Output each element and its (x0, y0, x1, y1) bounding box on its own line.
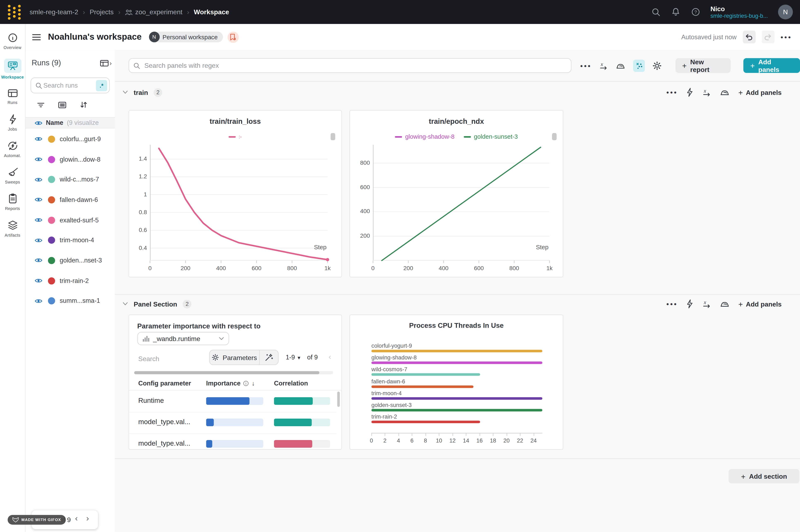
chevron-down-icon[interactable] (123, 90, 128, 94)
bar-trim-rain-2[interactable] (371, 421, 480, 423)
bar-wild-cosmos-7[interactable] (371, 374, 480, 376)
run-row[interactable]: colorfu...gurt-9 (25, 129, 115, 149)
regex-toggle-button[interactable]: .* (96, 80, 107, 91)
user-org-link[interactable]: smle-registries-bug-b... (710, 13, 768, 19)
param-search-input[interactable] (137, 351, 196, 366)
panel-search-box[interactable] (129, 58, 572, 73)
magic-wand-button[interactable] (260, 350, 278, 365)
bar-golden-sunset-3[interactable] (371, 409, 542, 411)
visibility-eye-icon[interactable] (35, 136, 42, 142)
runs-list-header[interactable]: Name (9 visualize (25, 117, 115, 128)
visibility-eye-icon[interactable] (35, 197, 42, 203)
run-row[interactable]: trim-rain-2 (25, 270, 115, 291)
visibility-eye-icon[interactable] (35, 120, 42, 126)
breadcrumb-team[interactable]: smle-reg-team-2 (30, 8, 78, 16)
breadcrumb-projects[interactable]: Projects (90, 8, 114, 16)
bar-chart[interactable]: colorful-yogurt-9glowing-shadow-8wild-co… (350, 315, 563, 449)
bar-glowing-shadow-8[interactable] (371, 361, 542, 364)
avatar[interactable]: N (778, 4, 793, 19)
sidebar-item-sweeps[interactable]: Sweeps (0, 167, 25, 185)
settings-gear-icon[interactable] (653, 61, 662, 70)
undo-button[interactable] (743, 31, 756, 43)
legend-item[interactable]: glowing-shadow-8 (395, 133, 454, 140)
bar-fallen-dawn-6[interactable] (371, 385, 473, 388)
param-row[interactable]: Runtime (129, 391, 336, 413)
section-add-panels-button[interactable]: + Add panels (738, 300, 782, 308)
group-list-icon[interactable] (58, 101, 66, 109)
section-header-train[interactable]: train 2 (123, 87, 162, 98)
x-axis-settings-icon[interactable]: x (599, 61, 608, 70)
panel-train-loss[interactable]: train/train_loss :- 0.40.60.811.21.40200… (129, 110, 342, 278)
run-row[interactable]: exalted-surf-5 (25, 210, 115, 230)
visibility-eye-icon[interactable] (35, 258, 42, 263)
param-pager-range[interactable]: 1-9 ▼ (286, 354, 301, 361)
visibility-eye-icon[interactable] (35, 177, 42, 182)
column-importance[interactable]: Importance ↓ (206, 380, 255, 387)
legend-item[interactable]: :- (229, 134, 242, 139)
section-header-panel-section[interactable]: Panel Section 2 (123, 298, 191, 309)
sidebar-item-runs[interactable]: Runs (0, 88, 25, 105)
visibility-eye-icon[interactable] (35, 156, 42, 162)
x-axis-settings-icon[interactable]: x (702, 299, 711, 308)
more-options-icon[interactable]: ●●● (780, 35, 792, 40)
search-icon[interactable] (651, 7, 661, 17)
more-options-icon[interactable]: ●●● (666, 90, 677, 95)
sort-desc-arrow-icon[interactable]: ↓ (252, 380, 255, 387)
line-plot[interactable]: 0.40.60.811.21.402004006008001kStep (150, 145, 328, 261)
smoothing-iron-icon[interactable] (720, 300, 730, 308)
run-row[interactable]: fallen-dawn-6 (25, 190, 115, 210)
info-icon[interactable] (243, 380, 249, 386)
panel-cpu-threads[interactable]: Process CPU Threads In Use colorful-yogu… (350, 315, 563, 450)
redo-button[interactable] (762, 31, 774, 43)
more-options-icon[interactable]: ●●● (580, 63, 592, 68)
prev-page-chevron-icon[interactable]: ‹ (329, 353, 331, 361)
sidebar-item-jobs[interactable]: Jobs (0, 114, 25, 131)
runs-search-box[interactable]: .* (31, 77, 110, 93)
add-panels-button[interactable]: + Add panels (744, 58, 800, 73)
expand-runs-table-icon[interactable]: › (110, 59, 112, 67)
breadcrumb-project[interactable]: zoo_experiment (135, 8, 182, 16)
wandb-logo-icon[interactable] (6, 3, 22, 21)
drag-handle[interactable] (552, 133, 557, 140)
more-options-icon[interactable]: ●●● (666, 301, 677, 306)
drag-handle[interactable] (331, 133, 335, 140)
panel-epoch-ndx[interactable]: train/epoch_ndx glowing-shadow-8golden-s… (350, 110, 563, 278)
sidebar-item-overview[interactable]: Overview (0, 32, 25, 50)
clear-workspace-button[interactable] (227, 32, 239, 42)
run-row[interactable]: trim-moon-4 (25, 230, 115, 250)
menu-hamburger-icon[interactable] (32, 34, 41, 41)
column-correlation[interactable]: Correlation (274, 380, 308, 387)
smoothing-iron-icon[interactable] (616, 61, 626, 70)
panel-parameter-importance[interactable]: Parameter importance with respect to _wa… (129, 315, 342, 450)
run-row[interactable]: golden...nset-3 (25, 250, 115, 271)
workspace-badge[interactable]: N Personal workspace (149, 32, 223, 42)
help-icon[interactable]: ? (691, 7, 700, 17)
param-row[interactable]: model_type.val... (129, 433, 336, 449)
run-row[interactable]: glowin...dow-8 (25, 149, 115, 170)
column-config-parameter[interactable]: Config parameter (138, 380, 191, 387)
visibility-eye-icon[interactable] (35, 217, 42, 223)
parameters-button[interactable]: Parameters (210, 350, 260, 365)
quick-add-zap-icon[interactable] (686, 88, 693, 97)
visibility-eye-icon[interactable] (35, 298, 42, 304)
prev-page-icon[interactable]: ‹ (75, 514, 78, 523)
sidebar-item-automations[interactable]: Automat. (0, 140, 25, 158)
metric-select[interactable]: _wandb.runtime (137, 332, 229, 345)
smoothing-iron-icon[interactable] (720, 88, 730, 96)
sort-icon[interactable] (80, 101, 88, 109)
chevron-down-icon[interactable] (123, 302, 128, 306)
section-add-panels-button[interactable]: + Add panels (738, 89, 782, 96)
quick-add-zap-icon[interactable] (686, 299, 693, 308)
add-section-button[interactable]: + Add section (729, 469, 800, 483)
sidebar-item-reports[interactable]: Reports (0, 193, 25, 211)
bar-colorful-yogurt-9[interactable] (371, 350, 542, 352)
panel-search-input[interactable] (143, 61, 567, 70)
new-report-button[interactable]: + New report (675, 58, 731, 73)
outliers-scatter-icon[interactable] (633, 59, 645, 72)
vertical-scrollbar[interactable] (337, 392, 340, 407)
filter-icon[interactable] (37, 101, 45, 109)
run-row[interactable]: summ...sma-1 (25, 291, 115, 311)
horizontal-scrollbar[interactable] (134, 371, 333, 374)
sidebar-item-workspace[interactable]: Workspace (0, 59, 25, 80)
visibility-eye-icon[interactable] (35, 278, 42, 284)
